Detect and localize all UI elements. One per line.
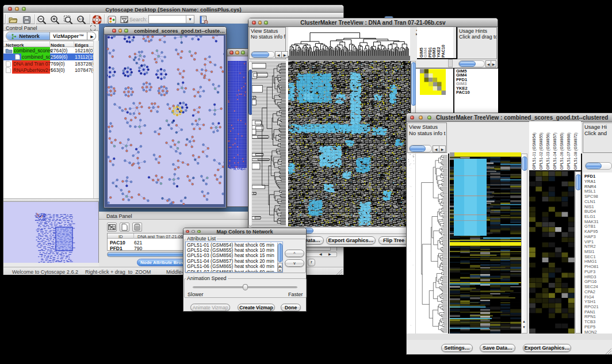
svg-text:GIM3: GIM3	[432, 48, 436, 58]
svg-text:1:1: 1:1	[79, 17, 83, 21]
svg-text:PAC10: PAC10	[441, 45, 445, 58]
svg-text:GPL51-02 (GSM855): GPL51-02 (GSM855)	[539, 133, 544, 170]
svg-text:YKE2: YKE2	[437, 47, 441, 58]
svg-text:GPL51-01 (GSM854): GPL51-01 (GSM854)	[532, 133, 537, 170]
svg-text:GPL51-07 (GSM868): GPL51-07 (GSM868)	[567, 133, 571, 170]
svg-text:GIM4: GIM4	[423, 48, 427, 58]
svg-text:GPL51-04 (GSM857): GPL51-04 (GSM857)	[553, 133, 557, 170]
svg-text:GPL51-03 (GSM856): GPL51-03 (GSM856)	[546, 133, 550, 170]
svg-text:GPL51-06 (GSM865): GPL51-06 (GSM865)	[560, 133, 564, 170]
svg-text:GPL51-08 (GSM872): GPL51-08 (GSM872)	[573, 133, 578, 170]
svg-text:GIM5: GIM5	[419, 48, 423, 58]
svg-text:PFD1: PFD1	[428, 47, 432, 58]
